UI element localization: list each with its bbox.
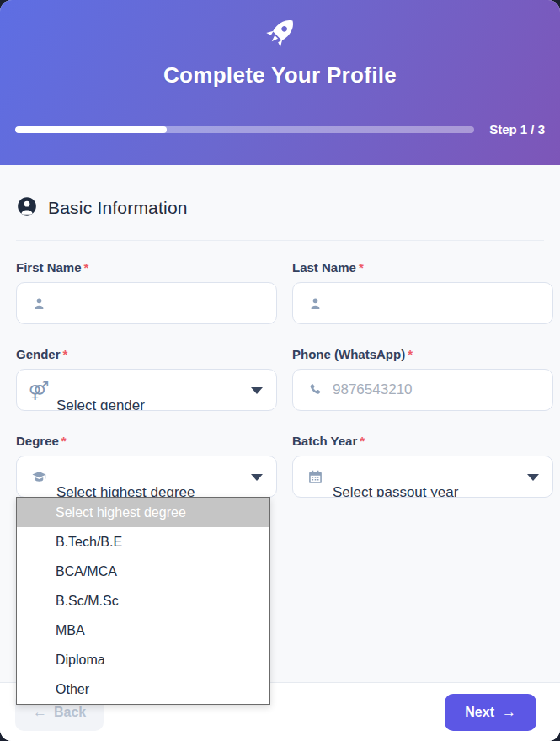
right-arrow-icon: →: [502, 705, 516, 719]
person-icon: [30, 296, 47, 312]
progress-row: Step 1 / 3: [15, 122, 545, 136]
degree-dropdown: Select highest degreeB.Tech/B.EBCA/MCAB.…: [16, 497, 270, 705]
form-body: Basic Information First Name* Last Name*: [0, 165, 560, 682]
required-asterisk: *: [84, 260, 89, 275]
required-asterisk: *: [61, 434, 67, 448]
batch-year-select-value: Select passout year: [333, 484, 458, 498]
field-degree: Degree* Select highest degree Select hig…: [16, 434, 277, 498]
back-button-label: Back: [54, 705, 86, 720]
field-first-name: First Name*: [16, 260, 277, 324]
first-name-input[interactable]: [56, 295, 243, 312]
profile-wizard-card: Complete Your Profile Step 1 / 3 Basic: [0, 0, 560, 741]
next-button[interactable]: Next →: [445, 694, 536, 731]
gender-label: Gender*: [16, 347, 277, 361]
step-indicator: Step 1 / 3: [489, 122, 545, 136]
dropdown-option[interactable]: Select highest degree: [17, 498, 269, 527]
chevron-down-icon: [251, 387, 263, 394]
gender-select[interactable]: ⚤ Select gender: [16, 369, 277, 411]
field-phone: Phone (WhatsApp)*: [292, 347, 553, 411]
degree-select-value: Select highest degree: [56, 484, 195, 498]
user-circle-icon: [16, 195, 38, 221]
phone-input[interactable]: [333, 381, 519, 398]
degree-label: Degree*: [16, 434, 277, 448]
calendar-icon: [307, 469, 323, 485]
dropdown-option[interactable]: Diploma: [17, 645, 269, 674]
gender-icon: ⚤: [30, 381, 47, 399]
phone-input-wrap: [292, 369, 553, 411]
dropdown-option[interactable]: B.Tech/B.E: [17, 527, 269, 557]
field-batch-year: Batch Year* Select passout year: [292, 434, 553, 498]
batch-year-label: Batch Year*: [292, 434, 553, 448]
section-divider: [16, 240, 544, 241]
batch-year-select[interactable]: Select passout year: [292, 456, 553, 498]
field-last-name: Last Name*: [292, 260, 553, 324]
first-name-input-wrap: [16, 282, 277, 324]
gender-select-value: Select gender: [56, 397, 145, 411]
form-grid: First Name* Last Name*: [16, 260, 544, 520]
dropdown-option[interactable]: B.Sc/M.Sc: [17, 586, 269, 616]
last-name-input-wrap: [292, 282, 553, 324]
field-gender: Gender* ⚤ Select gender: [16, 347, 277, 411]
section-title: Basic Information: [48, 198, 188, 218]
left-arrow-icon: ←: [33, 705, 47, 719]
page-title: Complete Your Profile: [15, 62, 545, 88]
phone-label: Phone (WhatsApp)*: [292, 347, 553, 361]
chevron-down-icon: [251, 474, 263, 481]
chevron-down-icon: [527, 474, 539, 481]
progress-bar-track: [15, 126, 474, 133]
degree-select[interactable]: Select highest degree: [16, 456, 277, 498]
progress-bar-fill: [15, 126, 167, 133]
required-asterisk: *: [63, 347, 68, 361]
required-asterisk: *: [359, 260, 364, 275]
dropdown-option[interactable]: Other: [17, 674, 269, 704]
required-asterisk: *: [360, 434, 365, 448]
last-name-input[interactable]: [333, 295, 519, 312]
last-name-label: Last Name*: [292, 260, 553, 275]
section-header: Basic Information: [16, 195, 544, 221]
person-icon: [307, 296, 323, 312]
wizard-header: Complete Your Profile Step 1 / 3: [0, 0, 560, 165]
phone-icon: [307, 382, 323, 398]
graduation-cap-icon: [30, 469, 47, 485]
first-name-label: First Name*: [16, 260, 277, 275]
required-asterisk: *: [408, 347, 413, 361]
next-button-label: Next: [465, 705, 494, 720]
rocket-icon: [15, 13, 545, 52]
dropdown-option[interactable]: MBA: [17, 616, 269, 645]
dropdown-option[interactable]: BCA/MCA: [17, 557, 269, 586]
